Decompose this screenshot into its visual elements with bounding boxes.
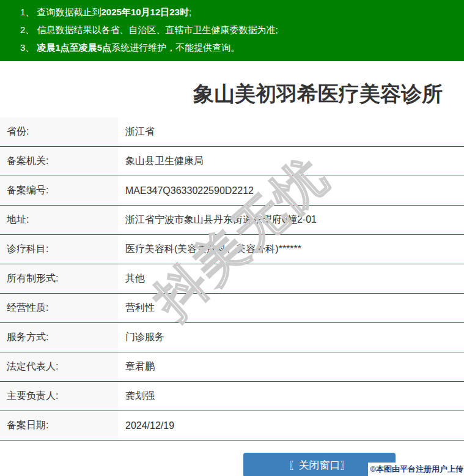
notice-line-3: 3、 凌晨1点至凌晨5点系统进行维护，不能提供查询。 [20,39,464,56]
row-label: 备案机关: [0,147,118,176]
row-value: 其他 [125,264,464,293]
row-label: 省份: [0,117,118,146]
notice-line-1: 1、 查询数据截止到2025年10月12日23时; [20,3,464,21]
row-value: 章君鹏 [125,352,464,381]
notice-line-3-bold: 凌晨1点至凌晨5点 [37,42,112,53]
row-label: 经营性质: [0,294,118,322]
table-row-legal-representative: 法定代表人: 章君鹏 [0,352,464,382]
notice-banner: 1、 查询数据截止到2025年10月12日23时; 2、 信息数据结果以各省、自… [0,0,464,61]
row-label: 备案编号: [0,176,118,205]
row-value: MAE347Q3633022590D2212 [125,176,464,205]
record-table: 省份: 浙江省 备案机关: 象山县卫生健康局 备案编号: MAE347Q3633… [0,117,464,441]
row-label: 诊疗科目: [0,235,118,264]
row-value: 龚划强 [125,382,464,411]
row-label: 主要负责人: [0,382,118,411]
row-value: 营利性 [125,294,464,322]
row-value: 2024/12/19 [125,411,464,440]
table-row-medical-subjects: 诊疗科目: 医疗美容科(美容皮肤科、美容外科)****** [0,235,464,264]
row-value: 门诊服务 [125,323,464,352]
notice-line-2: 2、 信息数据结果以各省、自治区、直辖市卫生健康委数据为准; [20,21,464,39]
table-row-business-nature: 经营性质: 营利性 [0,294,464,323]
table-row-address: 地址: 浙江省宁波市象山县丹东街道东望府6幢2-01 [0,206,464,235]
row-label: 服务方式: [0,323,118,352]
page-title: 象山美初羽希医疗美容诊所 [0,72,464,115]
row-value: 医疗美容科(美容皮肤科、美容外科)****** [125,235,464,264]
row-label: 备案日期: [0,411,118,440]
table-row-main-person-in-charge: 主要负责人: 龚划强 [0,382,464,411]
row-value: 浙江省宁波市象山县丹东街道东望府6幢2-01 [125,206,464,234]
row-value: 浙江省 [125,117,464,146]
table-row-ownership-form: 所有制形式: 其他 [0,264,464,294]
table-row-filing-authority: 备案机关: 象山县卫生健康局 [0,147,464,176]
table-row-service-mode: 服务方式: 门诊服务 [0,323,464,352]
row-label: 所有制形式: [0,264,118,293]
table-row-filing-number: 备案编号: MAE347Q3633022590D2212 [0,176,464,206]
row-label: 法定代表人: [0,352,118,381]
row-label: 地址: [0,206,118,234]
table-row-filing-date: 备案日期: 2024/12/19 [0,411,464,441]
row-value: 象山县卫生健康局 [125,147,464,176]
table-row-province: 省份: 浙江省 [0,117,464,147]
query-result-page: 1、 查询数据截止到2025年10月12日23时; 2、 信息数据结果以各省、自… [0,0,464,476]
notice-line-1-bold: 2025年10月12日23时 [101,7,189,17]
copyright-badge: ©本图由平台注册用户上传 [368,463,463,476]
